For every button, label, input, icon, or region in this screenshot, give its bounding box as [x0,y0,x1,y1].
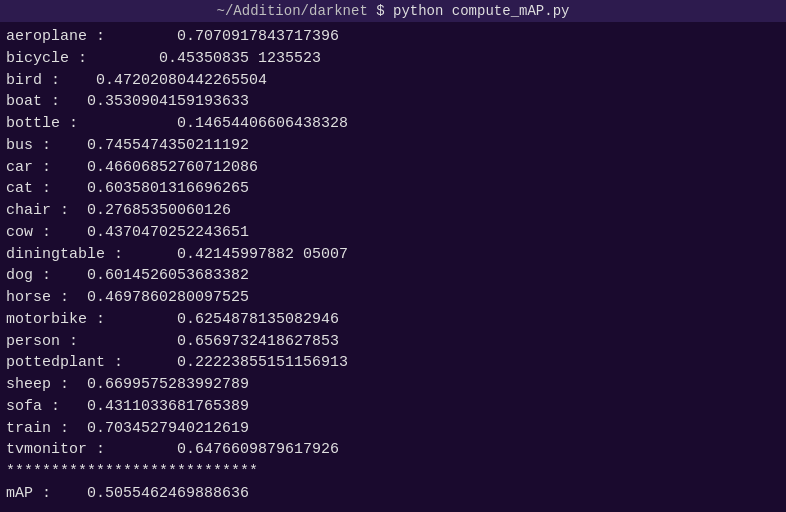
terminal-content: aeroplane : 0.7070917843717396bicycle : … [0,22,786,512]
terminal-line: aeroplane : 0.7070917843717396 [6,26,780,48]
terminal-line: diningtable : 0.42145997882 05007 [6,244,780,266]
title-path: ~/Addition/darknet [217,3,368,19]
terminal-line: motorbike : 0.6254878135082946 [6,309,780,331]
terminal-line: bicycle : 0.45350835 1235523 [6,48,780,70]
title-bar: ~/Addition/darknet $ python compute_mAP.… [0,0,786,22]
terminal-line: chair : 0.27685350060126 [6,200,780,222]
terminal-line: horse : 0.4697860280097525 [6,287,780,309]
terminal-line: bird : 0.47202080442265504 [6,70,780,92]
terminal-line: bus : 0.7455474350211192 [6,135,780,157]
terminal-line: sheep : 0.6699575283992789 [6,374,780,396]
terminal-line: cow : 0.4370470252243651 [6,222,780,244]
terminal-line: car : 0.46606852760712086 [6,157,780,179]
terminal-line: pottedplant : 0.22223855151156913 [6,352,780,374]
title-command: $ python compute_mAP.py [376,3,569,19]
terminal-line: dog : 0.6014526053683382 [6,265,780,287]
terminal-line: person : 0.6569732418627853 [6,331,780,353]
terminal-line: boat : 0.3530904159193633 [6,91,780,113]
terminal-line: bottle : 0.14654406606438328 [6,113,780,135]
terminal-window: ~/Addition/darknet $ python compute_mAP.… [0,0,786,512]
terminal-line: cat : 0.6035801316696265 [6,178,780,200]
terminal-line: **************************** [6,461,780,483]
terminal-line: train : 0.7034527940212619 [6,418,780,440]
terminal-line: tvmonitor : 0.6476609879617926 [6,439,780,461]
terminal-line: mAP : 0.5055462469888636 [6,483,780,505]
terminal-line: sofa : 0.4311033681765389 [6,396,780,418]
